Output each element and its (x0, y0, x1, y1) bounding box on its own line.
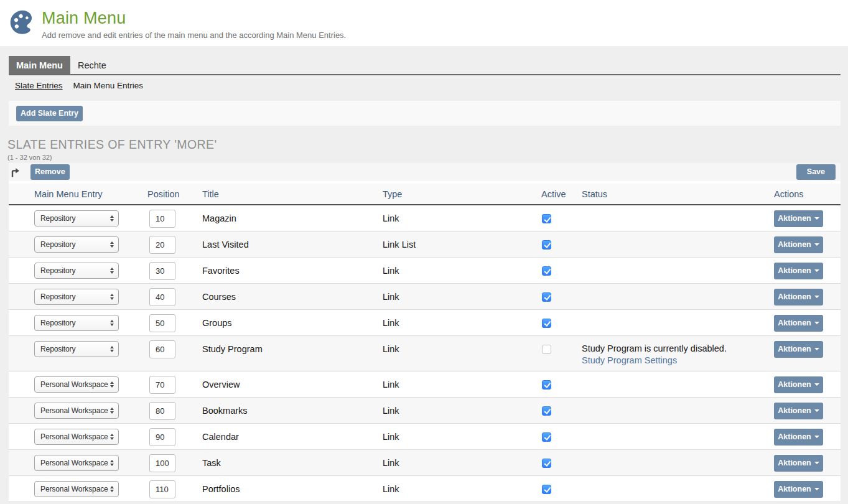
row-actions-button[interactable]: Aktionen (774, 429, 823, 446)
position-input[interactable] (149, 454, 175, 472)
select-stepper-icon (110, 268, 114, 274)
caret-down-icon (814, 488, 819, 490)
tab-rechte[interactable]: Rechte (70, 56, 114, 74)
main-menu-entry-select[interactable]: Repository (34, 236, 119, 253)
active-checkbox[interactable] (542, 459, 551, 468)
save-button[interactable]: Save (796, 164, 836, 180)
page-subtitle: Add remove and edit entries of the main … (42, 30, 346, 40)
row-type: Link (383, 309, 541, 335)
active-checkbox[interactable] (542, 214, 551, 223)
status-text: Study Program is currently disabled. (582, 343, 774, 355)
table-row: Personal WorkspaceOverviewLinkAktionen (9, 371, 841, 397)
row-actions-button[interactable]: Aktionen (774, 481, 823, 498)
row-actions-button[interactable]: Aktionen (774, 263, 823, 279)
row-type: Link (383, 423, 541, 449)
row-type: Link List (383, 231, 541, 257)
row-title: Calendar (202, 423, 383, 449)
row-title: Study Program (202, 335, 383, 371)
subtab-slate-entries[interactable]: Slate Entries (15, 81, 63, 90)
col-header-type: Type (383, 184, 541, 205)
row-title: Courses (202, 283, 383, 309)
main-menu-entry-select[interactable]: Personal Workspace (34, 403, 119, 419)
table-row: RepositoryLast VisitedLink ListAktionen (9, 231, 841, 257)
caret-down-icon (814, 462, 819, 464)
active-checkbox[interactable] (542, 240, 551, 250)
main-menu-entry-select[interactable]: Repository (34, 263, 119, 279)
table-header-row: Main Menu Entry Position Title Type Acti… (9, 184, 841, 205)
caret-down-icon (814, 383, 819, 386)
main-menu-entry-select[interactable]: Personal Workspace (34, 429, 119, 445)
page-header: Main Menu Add remove and edit entries of… (0, 0, 848, 46)
row-type: Link (383, 449, 541, 475)
position-input[interactable] (149, 376, 175, 394)
select-stepper-icon (110, 320, 114, 326)
table-row: RepositoryFavoritesLinkAktionen (9, 257, 841, 283)
main-menu-entry-select[interactable]: Personal Workspace (34, 376, 119, 393)
row-actions-button[interactable]: Aktionen (774, 403, 823, 419)
position-input[interactable] (149, 314, 175, 332)
table-row: RepositoryMagazinLinkAktionen (9, 205, 841, 231)
row-type: Link (383, 371, 541, 397)
tab-main-menu[interactable]: Main Menu (9, 56, 70, 74)
col-header-main-menu-entry: Main Menu Entry (34, 184, 147, 205)
row-actions-button[interactable]: Aktionen (774, 341, 823, 358)
caret-down-icon (814, 243, 819, 246)
table-row: RepositoryStudy ProgramLinkStudy Program… (9, 335, 841, 371)
position-input[interactable] (149, 480, 175, 498)
row-title: Last Visited (202, 231, 383, 257)
select-stepper-icon (110, 241, 114, 248)
main-menu-entry-select[interactable]: Personal Workspace (34, 455, 119, 471)
active-checkbox[interactable] (542, 292, 551, 302)
table-row: Personal WorkspaceBookmarksLinkAktionen (9, 397, 841, 423)
select-stepper-icon (110, 460, 114, 466)
row-actions-button[interactable]: Aktionen (774, 315, 823, 332)
row-title: Magazin (202, 205, 383, 231)
row-type: Link (383, 397, 541, 423)
position-input[interactable] (149, 402, 175, 420)
row-actions-button[interactable]: Aktionen (774, 455, 823, 472)
main-menu-entry-select[interactable]: Repository (34, 210, 119, 226)
row-type: Link (383, 475, 541, 502)
active-checkbox[interactable] (542, 380, 551, 390)
table-row: RepositoryGroupsLinkAktionen (9, 309, 841, 335)
add-slate-entry-button[interactable]: Add Slate Entry (16, 106, 83, 121)
caret-down-icon (814, 269, 819, 272)
position-input[interactable] (149, 236, 175, 254)
row-actions-button[interactable]: Aktionen (774, 376, 823, 393)
active-checkbox[interactable] (542, 406, 551, 416)
select-stepper-icon (110, 381, 114, 388)
row-actions-button[interactable]: Aktionen (774, 210, 823, 227)
row-type: Link (383, 205, 541, 231)
caret-down-icon (814, 296, 819, 298)
main-menu-entry-select[interactable]: Repository (34, 289, 119, 305)
slate-entries-table: Main Menu Entry Position Title Type Acti… (9, 184, 841, 502)
main-menu-entry-select[interactable]: Repository (34, 315, 119, 331)
row-title: Favorites (202, 257, 383, 283)
table-row: Personal WorkspacePortfoliosLinkAktionen (9, 475, 841, 502)
table-body: RepositoryMagazinLinkAktionenRepositoryL… (9, 205, 841, 502)
table-box: Remove Save Main Menu Entry Position Tit… (9, 163, 841, 502)
position-input[interactable] (149, 288, 175, 306)
caret-down-icon (814, 348, 819, 350)
position-input[interactable] (149, 340, 175, 358)
active-checkbox[interactable] (542, 432, 551, 442)
active-checkbox[interactable] (542, 266, 551, 276)
remove-button[interactable]: Remove (30, 164, 70, 180)
row-actions-button[interactable]: Aktionen (774, 236, 823, 253)
active-checkbox[interactable] (542, 485, 551, 494)
row-type: Link (383, 335, 541, 371)
status-settings-link[interactable]: Study Program Settings (582, 355, 677, 365)
subtab-main-menu-entries[interactable]: Main Menu Entries (73, 81, 144, 90)
table-row: Personal WorkspaceTaskLinkAktionen (9, 449, 841, 475)
caret-down-icon (814, 409, 819, 412)
table-row: RepositoryCoursesLinkAktionen (9, 283, 841, 309)
main-menu-entry-select[interactable]: Personal Workspace (34, 481, 119, 497)
active-checkbox[interactable] (542, 345, 551, 354)
active-checkbox[interactable] (542, 319, 551, 328)
position-input[interactable] (149, 262, 175, 280)
row-actions-button[interactable]: Aktionen (774, 289, 823, 306)
position-input[interactable] (149, 210, 175, 228)
main-menu-entry-select[interactable]: Repository (34, 341, 119, 357)
row-title: Portfolios (202, 475, 383, 502)
position-input[interactable] (149, 428, 175, 446)
